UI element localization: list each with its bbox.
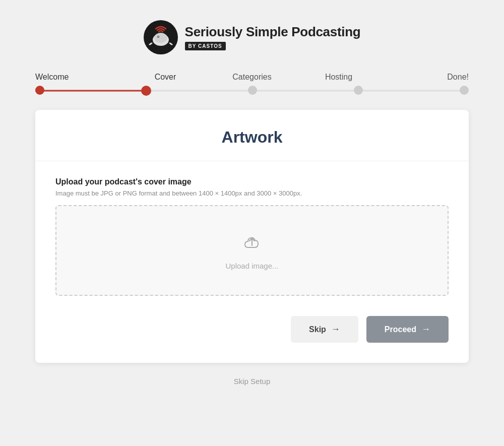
brand-badge: BY CASTOS bbox=[185, 42, 226, 50]
progress-track bbox=[35, 86, 469, 96]
buttons-row: Skip → Proceed → bbox=[35, 316, 469, 343]
proceed-label: Proceed bbox=[385, 325, 416, 334]
header: Seriously Simple Podcasting BY CASTOS bbox=[144, 20, 361, 54]
dot-done bbox=[460, 86, 469, 95]
card-title: Artwork bbox=[55, 128, 449, 147]
dot-hosting bbox=[354, 86, 363, 95]
card-body: Upload your podcast's cover image Image … bbox=[35, 161, 469, 312]
step-label-welcome: Welcome bbox=[35, 73, 122, 82]
step-label-categories: Categories bbox=[209, 73, 295, 82]
proceed-button[interactable]: Proceed → bbox=[366, 316, 449, 343]
skip-arrow-icon: → bbox=[331, 324, 340, 335]
step-label-done: Done! bbox=[382, 73, 469, 82]
upload-text: Upload image... bbox=[225, 262, 278, 270]
brand-name: Seriously Simple Podcasting bbox=[185, 24, 361, 40]
upload-zone[interactable]: Upload image... bbox=[55, 205, 449, 296]
brand-text: Seriously Simple Podcasting BY CASTOS bbox=[185, 24, 361, 50]
upload-hint: Image must be JPG or PNG format and betw… bbox=[55, 189, 449, 197]
upload-label: Upload your podcast's cover image bbox=[55, 177, 449, 186]
upload-icon bbox=[241, 231, 263, 256]
steps-labels: Welcome Cover Categories Hosting Done! bbox=[35, 73, 469, 82]
step-label-cover: Cover bbox=[122, 73, 209, 82]
card-title-section: Artwork bbox=[35, 110, 469, 161]
steps-dots bbox=[35, 86, 469, 96]
dot-cover bbox=[141, 86, 151, 96]
svg-point-1 bbox=[154, 33, 167, 43]
progress-container: Welcome Cover Categories Hosting Done! bbox=[35, 73, 469, 96]
proceed-arrow-icon: → bbox=[421, 324, 430, 335]
skip-setup-link[interactable]: Skip Setup bbox=[234, 377, 271, 386]
dot-welcome bbox=[35, 86, 44, 95]
skip-label: Skip bbox=[309, 325, 326, 334]
skip-button[interactable]: Skip → bbox=[291, 316, 358, 343]
logo bbox=[144, 20, 178, 54]
svg-point-3 bbox=[158, 36, 159, 37]
main-card: Artwork Upload your podcast's cover imag… bbox=[35, 110, 469, 363]
dot-categories bbox=[248, 86, 257, 95]
step-label-hosting: Hosting bbox=[295, 73, 382, 82]
